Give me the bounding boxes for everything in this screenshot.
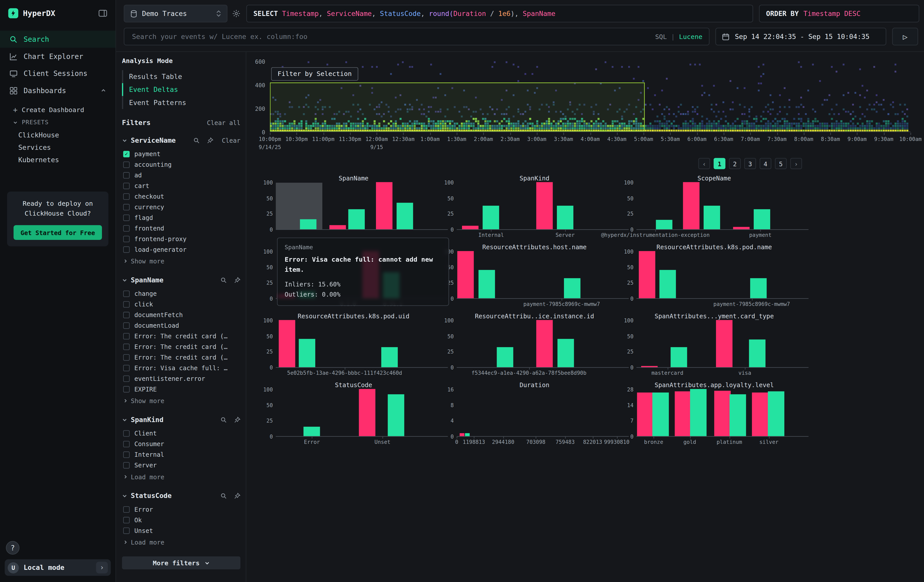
- sidebar-item-kubernetes[interactable]: Kubernetes: [0, 153, 116, 166]
- filter-option-eventListener.error[interactable]: eventListener.error: [122, 373, 240, 384]
- get-started-button[interactable]: Get Started for Free: [14, 225, 102, 240]
- prev-page-button[interactable]: ‹: [698, 158, 710, 169]
- search-input[interactable]: [131, 32, 650, 41]
- sql-toggle[interactable]: SQL: [655, 33, 667, 40]
- filter-option-Server[interactable]: Server: [122, 460, 240, 470]
- bar-inliers[interactable]: [483, 206, 499, 229]
- source-select[interactable]: Demo Traces: [124, 5, 228, 23]
- bar-outliers[interactable]: [279, 320, 295, 367]
- checkbox[interactable]: [123, 430, 130, 437]
- filter-option-checkout[interactable]: checkout: [122, 191, 240, 202]
- bar-inliers[interactable]: [348, 209, 365, 229]
- chart-plot[interactable]: [457, 321, 629, 368]
- checkbox[interactable]: [123, 322, 130, 329]
- lucene-toggle[interactable]: Lucene: [679, 33, 703, 40]
- chart-plot[interactable]: [636, 252, 808, 299]
- chart-plot[interactable]: [457, 183, 629, 230]
- filter-option-Client[interactable]: Client: [122, 428, 240, 439]
- bar-inliers[interactable]: [304, 427, 320, 436]
- page-button-2[interactable]: 2: [729, 158, 741, 169]
- checkbox[interactable]: [123, 235, 130, 242]
- checkbox[interactable]: [123, 193, 130, 199]
- bar-inliers[interactable]: [299, 338, 315, 367]
- sidebar-item-dashboards[interactable]: Dashboards: [0, 82, 116, 99]
- sql-query-editor[interactable]: SELECT Timestamp, ServiceName, StatusCod…: [246, 5, 753, 23]
- search-filter-icon[interactable]: [220, 277, 227, 284]
- checkbox[interactable]: [123, 333, 130, 339]
- next-page-button[interactable]: ›: [790, 158, 802, 169]
- pin-filter-icon[interactable]: [234, 493, 241, 499]
- chart-plot[interactable]: [276, 183, 448, 230]
- checkbox[interactable]: [123, 301, 130, 307]
- bar-outliers[interactable]: [733, 227, 750, 229]
- bar-outliers[interactable]: [329, 225, 346, 229]
- filter-group-header-ServiceName[interactable]: ServiceNameClear: [122, 134, 240, 146]
- order-by-editor[interactable]: ORDER BY Timestamp DESC: [759, 5, 919, 23]
- help-button[interactable]: ?: [6, 541, 20, 555]
- bar-inliers[interactable]: [497, 348, 513, 367]
- bar-inliers[interactable]: [558, 338, 574, 367]
- create-dashboard-button[interactable]: + Create Dashboard: [0, 104, 116, 116]
- filter-option-ad[interactable]: ad: [122, 170, 240, 180]
- bar-outliers[interactable]: [359, 389, 375, 436]
- bar-inliers[interactable]: [381, 348, 398, 367]
- analysis-mode-results-table[interactable]: Results Table: [122, 70, 240, 83]
- chart-plot[interactable]: [457, 252, 629, 299]
- filter-group-header-StatusCode[interactable]: StatusCode: [122, 490, 240, 501]
- bar-outliers[interactable]: [716, 320, 732, 367]
- checkbox[interactable]: [123, 375, 130, 382]
- bar-inliers[interactable]: [659, 270, 676, 298]
- filter-option-accounting[interactable]: accounting: [122, 159, 240, 170]
- bar-inliers[interactable]: [656, 220, 672, 229]
- bar-inliers[interactable]: [749, 340, 766, 367]
- clear-all-filters-button[interactable]: Clear all: [207, 119, 241, 126]
- filter-option-change[interactable]: change: [122, 288, 240, 299]
- bar-outliers[interactable]: [536, 320, 553, 367]
- checkbox[interactable]: [123, 214, 130, 221]
- filter-option-Unset[interactable]: Unset: [122, 525, 240, 536]
- bar-inliers[interactable]: [690, 389, 707, 436]
- page-button-1[interactable]: 1: [714, 158, 726, 169]
- bar-outliers[interactable]: [675, 391, 691, 436]
- bar-inliers[interactable]: [754, 209, 770, 229]
- checkbox[interactable]: [123, 312, 130, 318]
- pin-filter-icon[interactable]: [234, 417, 241, 423]
- bar-outliers[interactable]: [637, 392, 653, 436]
- analysis-mode-event-deltas[interactable]: Event Deltas: [122, 83, 240, 96]
- show-more-button[interactable]: Load more: [122, 537, 240, 547]
- bar-inliers[interactable]: [768, 391, 784, 436]
- bar-inliers[interactable]: [704, 206, 720, 229]
- filter-group-header-SpanName[interactable]: SpanName: [122, 274, 240, 286]
- bar-inliers[interactable]: [652, 392, 669, 436]
- sidebar-item-chart-explorer[interactable]: Chart Explorer: [0, 48, 116, 65]
- bar-outliers[interactable]: [459, 433, 464, 436]
- bar-outliers[interactable]: [639, 251, 655, 298]
- page-button-5[interactable]: 5: [775, 158, 787, 169]
- bar-outliers[interactable]: [641, 366, 657, 367]
- checkbox[interactable]: [123, 516, 130, 523]
- bar-outliers[interactable]: [536, 182, 553, 229]
- bar-outliers[interactable]: [457, 251, 474, 298]
- bar-inliers[interactable]: [396, 203, 413, 229]
- page-button-3[interactable]: 3: [744, 158, 756, 169]
- sidebar-collapse-icon[interactable]: [98, 9, 107, 17]
- sidebar-item-services[interactable]: Services: [0, 141, 116, 153]
- checkbox[interactable]: [123, 354, 130, 361]
- bar-outliers[interactable]: [376, 182, 393, 229]
- filter-option-documentFetch[interactable]: documentFetch: [122, 310, 240, 320]
- filter-option-Consumer[interactable]: Consumer: [122, 439, 240, 449]
- analysis-mode-event-patterns[interactable]: Event Patterns: [122, 96, 240, 109]
- filter-option-flagd[interactable]: flagd: [122, 212, 240, 223]
- heatmap-selection-region[interactable]: [270, 82, 645, 131]
- filter-option-Internal[interactable]: Internal: [122, 449, 240, 460]
- checkbox[interactable]: [123, 440, 130, 447]
- filter-option-cart[interactable]: cart: [122, 180, 240, 191]
- checkbox[interactable]: [123, 161, 130, 168]
- bar-inliers[interactable]: [751, 279, 767, 298]
- filter-option-Error[interactable]: Error: [122, 504, 240, 514]
- more-filters-button[interactable]: More filters: [122, 556, 240, 569]
- checkbox[interactable]: [123, 225, 130, 232]
- bar-inliers[interactable]: [557, 206, 573, 229]
- search-filter-icon[interactable]: [220, 493, 227, 499]
- bar-outliers[interactable]: [714, 391, 731, 436]
